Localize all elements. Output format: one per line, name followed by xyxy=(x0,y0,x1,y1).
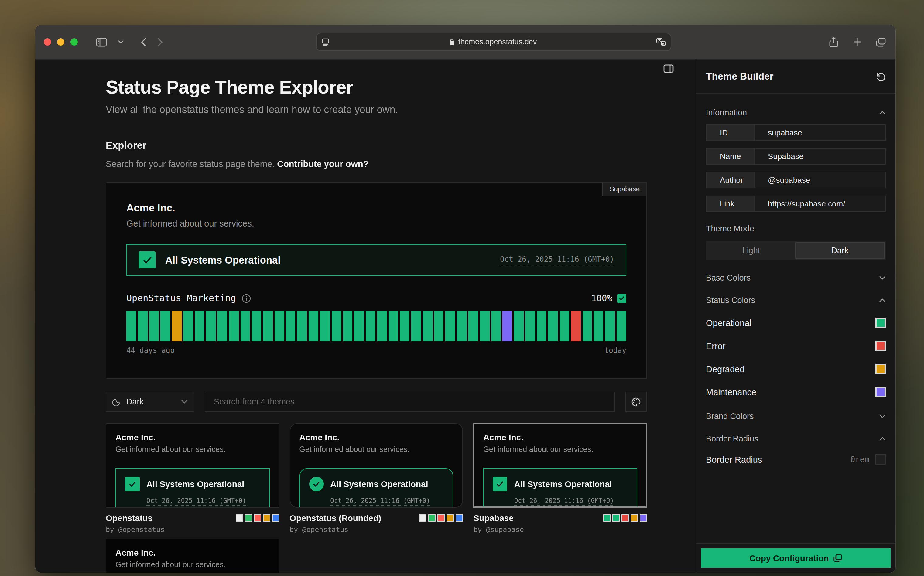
theme-name[interactable]: Openstatus (Rounded) xyxy=(290,513,381,523)
status-color-swatch[interactable] xyxy=(875,318,886,328)
uptime-bar[interactable] xyxy=(127,311,136,341)
palette-icon[interactable] xyxy=(625,392,647,412)
uptime-bar[interactable] xyxy=(468,311,478,341)
tab-group-chevron-icon[interactable] xyxy=(117,39,125,45)
uptime-bar[interactable] xyxy=(423,311,432,341)
uptime-bar[interactable] xyxy=(571,311,581,341)
info-value-input[interactable]: @supabase xyxy=(754,173,885,188)
theme-card-supabase[interactable]: Acme Inc. Get informed about our service… xyxy=(474,423,647,508)
mini-banner-title: All Systems Operational xyxy=(330,477,428,491)
status-color-swatch[interactable] xyxy=(875,341,886,351)
section-status-colors[interactable]: Status Colors xyxy=(706,296,886,305)
uptime-bar[interactable] xyxy=(457,311,466,341)
uptime-bar[interactable] xyxy=(445,311,455,341)
uptime-bar[interactable] xyxy=(309,311,319,341)
reset-icon[interactable] xyxy=(876,71,886,81)
uptime-bar[interactable] xyxy=(548,311,558,341)
panel-right-toggle-icon[interactable] xyxy=(663,64,674,75)
uptime-bar[interactable] xyxy=(514,311,524,341)
uptime-bar[interactable] xyxy=(138,311,147,341)
new-tab-icon[interactable] xyxy=(852,37,863,47)
sidebar-header: Theme Builder xyxy=(696,59,895,93)
reader-icon[interactable] xyxy=(321,38,330,46)
theme-mode-select[interactable]: Dark xyxy=(106,392,194,412)
search-input[interactable] xyxy=(205,392,615,412)
info-value-input[interactable]: supabase xyxy=(754,125,885,140)
address-bar[interactable]: themes.openstatus.dev xyxy=(316,33,671,51)
uptime-bar[interactable] xyxy=(594,311,604,341)
minimize-window-button[interactable] xyxy=(57,38,64,46)
uptime-bar[interactable] xyxy=(389,311,398,341)
mini-banner-timestamp: Oct 26, 2025 11:16 (GMT+0) xyxy=(330,497,430,506)
tab-overview-icon[interactable] xyxy=(875,36,887,48)
uptime-bar[interactable] xyxy=(354,311,364,341)
uptime-bar[interactable] xyxy=(605,311,615,341)
uptime-bar[interactable] xyxy=(229,311,239,341)
sidebar-toggle-icon[interactable] xyxy=(95,36,108,48)
forward-button[interactable] xyxy=(156,36,164,48)
section-base-colors-label: Base Colors xyxy=(706,273,751,282)
uptime-bar[interactable] xyxy=(286,311,296,341)
info-value-input[interactable]: Supabase xyxy=(754,149,885,164)
theme-preview-card: Supabase Acme Inc. Get informed about ou… xyxy=(106,182,647,379)
uptime-bar[interactable] xyxy=(172,311,182,341)
status-banner-timestamp[interactable]: Oct 26, 2025 11:16 (GMT+0) xyxy=(500,255,614,265)
theme-mode-label-text: Theme Mode xyxy=(706,224,754,233)
border-radius-swatch[interactable] xyxy=(875,454,886,464)
info-icon[interactable] xyxy=(242,294,251,303)
status-color-row-error: Error xyxy=(706,341,886,351)
status-color-row-operational: Operational xyxy=(706,318,886,328)
uptime-bar[interactable] xyxy=(332,311,341,341)
info-value-input[interactable]: https://supabase.com/ xyxy=(754,196,885,211)
close-window-button[interactable] xyxy=(44,38,51,46)
uptime-bar[interactable] xyxy=(491,311,501,341)
theme-name[interactable]: Supabase xyxy=(474,513,514,523)
theme-mode-option-light[interactable]: Light xyxy=(707,242,795,259)
uptime-bar[interactable] xyxy=(434,311,444,341)
uptime-bar[interactable] xyxy=(183,311,193,341)
uptime-bar[interactable] xyxy=(343,311,353,341)
uptime-bar[interactable] xyxy=(240,311,250,341)
section-base-colors[interactable]: Base Colors xyxy=(706,273,886,282)
uptime-bar[interactable] xyxy=(252,311,261,341)
theme-swatches xyxy=(603,514,647,522)
theme-name[interactable]: Openstatus xyxy=(106,513,152,523)
uptime-bar[interactable] xyxy=(377,311,387,341)
uptime-bar[interactable] xyxy=(275,311,284,341)
uptime-bar[interactable] xyxy=(411,311,421,341)
uptime-bar[interactable] xyxy=(503,311,512,341)
uptime-bar[interactable] xyxy=(297,311,307,341)
uptime-bar[interactable] xyxy=(537,311,546,341)
share-icon[interactable] xyxy=(828,35,839,48)
uptime-bar[interactable] xyxy=(480,311,489,341)
status-color-swatch[interactable] xyxy=(875,387,886,397)
desktop-wallpaper: themes.openstatus.dev xyxy=(0,0,924,576)
section-brand-colors[interactable]: Brand Colors xyxy=(706,412,886,421)
back-button[interactable] xyxy=(140,36,147,48)
uptime-bar[interactable] xyxy=(366,311,375,341)
uptime-bar[interactable] xyxy=(559,311,569,341)
uptime-bar[interactable] xyxy=(195,311,204,341)
section-border-radius[interactable]: Border Radius xyxy=(706,434,886,443)
uptime-bar[interactable] xyxy=(582,311,592,341)
uptime-bar[interactable] xyxy=(320,311,330,341)
theme-card-openstatus[interactable]: Acme Inc. Get informed about our service… xyxy=(106,423,279,508)
uptime-bar[interactable] xyxy=(263,311,273,341)
status-color-swatch[interactable] xyxy=(875,364,886,374)
theme-card-openstatus-rounded-[interactable]: Acme Inc. Get informed about our service… xyxy=(290,423,463,508)
uptime-bar-chart[interactable] xyxy=(127,311,626,341)
section-information[interactable]: Information xyxy=(706,108,886,117)
theme-mode-option-dark[interactable]: Dark xyxy=(795,242,884,259)
uptime-bar[interactable] xyxy=(218,311,227,341)
uptime-bar[interactable] xyxy=(206,311,216,341)
contribute-link[interactable]: Contribute your own? xyxy=(277,159,368,169)
zoom-window-button[interactable] xyxy=(70,38,78,46)
translate-icon[interactable] xyxy=(656,38,666,46)
theme-card-partial[interactable]: Acme Inc. Get informed about our service… xyxy=(106,539,279,573)
uptime-bar[interactable] xyxy=(149,311,159,341)
uptime-bar[interactable] xyxy=(400,311,410,341)
uptime-bar[interactable] xyxy=(161,311,170,341)
uptime-bar[interactable] xyxy=(525,311,535,341)
copy-configuration-button[interactable]: Copy Configuration xyxy=(701,548,890,568)
uptime-bar[interactable] xyxy=(617,311,626,341)
